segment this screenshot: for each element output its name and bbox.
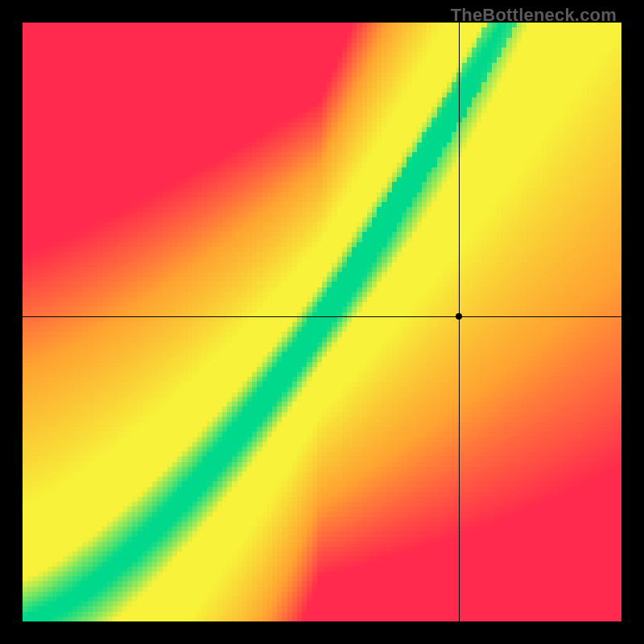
chart-frame: TheBottleneck.com [0, 0, 644, 644]
crosshair-vertical [459, 23, 460, 621]
heatmap-canvas [23, 23, 621, 621]
heatmap-plot [23, 23, 621, 621]
crosshair-horizontal [23, 316, 621, 317]
marker-point [456, 313, 462, 320]
